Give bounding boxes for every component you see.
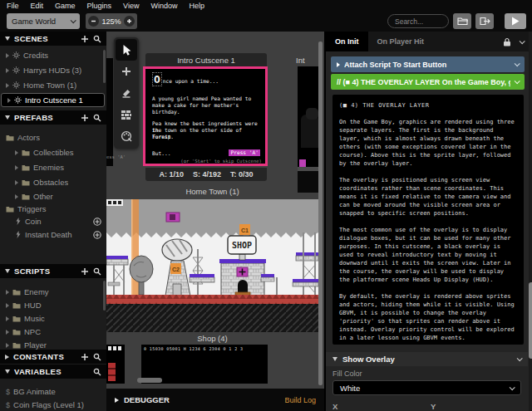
expand-icon[interactable] — [15, 165, 18, 170]
expand-icon[interactable] — [6, 343, 9, 348]
expand-icon[interactable] — [6, 53, 9, 58]
export-button[interactable] — [475, 13, 494, 29]
expand-icon[interactable] — [15, 150, 18, 155]
add-instance-icon[interactable] — [93, 218, 101, 226]
actor-sprite[interactable] — [299, 159, 306, 167]
chevron-down-icon[interactable] — [517, 355, 523, 361]
zoom-out-button[interactable] — [88, 16, 99, 27]
menu-item-view[interactable]: View — [123, 2, 139, 10]
section-header-scenes[interactable]: SCENES — [0, 32, 106, 46]
scene-name-shop[interactable]: Shop (4) — [106, 334, 318, 343]
scene-item-intro-cutscene-selected[interactable]: Intro Cutscene 1 — [1, 93, 105, 107]
add-icon[interactable] — [81, 353, 89, 361]
collapse-icon[interactable] — [5, 37, 10, 41]
collapse-icon[interactable] — [5, 269, 10, 273]
menu-item-file[interactable]: File — [7, 2, 19, 10]
run-game-button[interactable] — [505, 13, 526, 29]
expand-icon[interactable] — [6, 83, 9, 88]
color-tool-button[interactable] — [116, 125, 137, 147]
add-instance-icon[interactable] — [93, 231, 101, 239]
script-folder-hud[interactable]: HUD — [0, 298, 106, 312]
expand-icon[interactable] — [6, 290, 9, 295]
chevron-down-icon[interactable] — [515, 78, 520, 84]
menu-item-edit[interactable]: Edit — [31, 2, 44, 10]
debugger-label[interactable]: DEBUGGER — [124, 395, 170, 404]
scene-item-home-town[interactable]: Home Town (1) — [0, 78, 106, 92]
add-icon[interactable] — [81, 114, 89, 122]
menu-item-game[interactable]: Game — [55, 2, 76, 10]
menu-item-help[interactable]: Help — [189, 2, 204, 10]
collapse-icon[interactable] — [5, 369, 10, 374]
collapse-icon[interactable] — [5, 115, 10, 120]
scene-name-clipped-right[interactable]: Int — [296, 53, 321, 66]
prefab-item-instant-death[interactable]: Instant Death — [0, 228, 106, 242]
menu-item-window[interactable]: Window — [150, 2, 177, 10]
expand-icon[interactable] — [6, 303, 9, 308]
scene-intro-cutscene[interactable]: Once upon a time... A young girl named P… — [143, 66, 268, 166]
tab-on-player-hit[interactable]: On Player Hit — [368, 32, 434, 51]
prefab-group-actors[interactable]: Actors — [0, 130, 106, 144]
show-overlay-header[interactable]: Show Overlay — [326, 352, 528, 366]
expand-icon[interactable] — [15, 194, 18, 199]
search-input[interactable] — [387, 14, 449, 28]
scene-name-home-town[interactable]: Home Town (1) — [106, 187, 318, 196]
section-header-scripts[interactable]: SCRIPTS — [0, 264, 106, 278]
scene-name-intro-cutscene[interactable]: Intro Cutscene 1 — [145, 53, 267, 66]
collapse-icon[interactable] — [332, 357, 337, 361]
script-folder-npc[interactable]: NPC — [0, 325, 106, 339]
search-icon[interactable] — [93, 114, 101, 122]
section-header-constants[interactable]: CONSTANTS — [0, 350, 106, 364]
horizontal-scrollbar[interactable] — [137, 378, 162, 383]
expand-icon[interactable] — [115, 398, 119, 403]
expand-icon[interactable] — [6, 68, 9, 73]
event-block-comment-header[interactable]: // (■ 4) THE OVERLAY LAYER On the Game B… — [331, 74, 525, 90]
actor-sprite[interactable] — [108, 363, 116, 381]
expand-icon[interactable] — [6, 316, 9, 321]
expand-icon[interactable] — [5, 355, 9, 360]
scrollbar-thumb[interactable] — [529, 282, 532, 359]
view-mode-select[interactable]: Game World — [7, 13, 80, 29]
zoom-in-button[interactable] — [124, 16, 135, 27]
event-block-attach-script[interactable]: Attach Script To Start Button — [331, 56, 525, 72]
scene-home-town[interactable]: C2 SHOP C1 — [106, 199, 318, 332]
add-icon[interactable] — [81, 267, 89, 276]
expand-icon[interactable] — [7, 98, 11, 103]
script-folder-music[interactable]: Music — [0, 311, 106, 325]
search-icon[interactable] — [93, 35, 101, 43]
expand-icon[interactable] — [6, 330, 9, 335]
add-icon[interactable] — [81, 35, 89, 43]
lock-icon[interactable] — [503, 37, 511, 46]
expand-icon[interactable] — [15, 180, 18, 185]
vertical-scrollbar[interactable] — [318, 42, 323, 385]
add-tool-button[interactable] — [116, 61, 137, 82]
build-log-link[interactable]: Build Log — [284, 396, 316, 404]
script-folder-enemy[interactable]: Enemy — [0, 285, 106, 299]
select-tool-button[interactable] — [116, 39, 137, 61]
marker-c1[interactable]: C1 — [239, 224, 250, 235]
prefab-item-enemies[interactable]: Enemies — [0, 160, 106, 174]
expand-icon[interactable] — [337, 62, 340, 67]
actor-sprite[interactable] — [166, 213, 180, 222]
prefab-item-coin[interactable]: Coin — [0, 214, 106, 228]
scene-item-credits[interactable]: Credits — [0, 48, 106, 62]
scene-clipped-right[interactable] — [298, 66, 318, 193]
tab-on-init[interactable]: On Init — [326, 32, 368, 51]
menu-item-plugins[interactable]: Plugins — [87, 2, 112, 10]
chevron-down-icon[interactable] — [515, 61, 520, 66]
scene-item-harrys-huds[interactable]: Harrys HUDs (3) — [0, 63, 106, 77]
section-header-prefabs[interactable]: PREFABS — [0, 110, 106, 125]
variable-item-bg-animate[interactable]: $ BG Animate — [0, 384, 106, 399]
game-world-canvas[interactable]: ess 'A' — [106, 32, 324, 389]
prefab-item-collectibles[interactable]: Collectibles — [0, 145, 106, 159]
search-icon[interactable] — [93, 353, 101, 361]
open-project-button[interactable] — [453, 13, 471, 29]
fill-color-select[interactable]: White — [332, 380, 521, 395]
marker-c2[interactable]: C2 — [170, 263, 181, 274]
eraser-tool-button[interactable] — [116, 82, 137, 104]
chevron-down-icon[interactable] — [520, 38, 525, 44]
collision-tool-button[interactable] — [116, 104, 137, 125]
door-trigger[interactable] — [237, 267, 248, 276]
prefab-item-obstacles[interactable]: Obstacles — [0, 175, 106, 189]
scene-clipped-bottom-left[interactable] — [106, 345, 125, 384]
variable-item-coin-flags[interactable]: $ Coin Flags (Level 1) — [0, 398, 106, 411]
